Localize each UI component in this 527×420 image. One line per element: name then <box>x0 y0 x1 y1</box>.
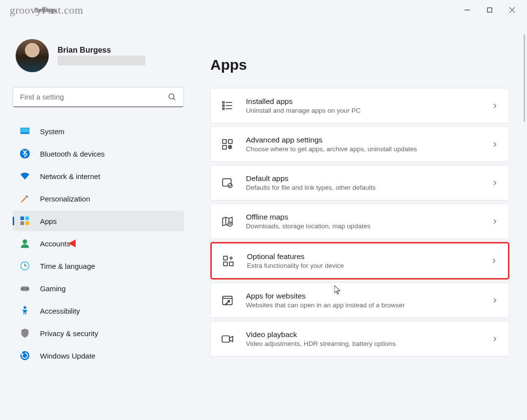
svg-point-4 <box>169 94 174 99</box>
sidebar-item-accounts[interactable]: Accounts <box>13 233 184 254</box>
wifi-icon <box>20 171 30 181</box>
card-subtitle: Video adjustments, HDR streaming, batter… <box>246 340 480 347</box>
profile-name: Brian Burgess <box>58 46 145 55</box>
card-subtitle: Uninstall and manage apps on your PC <box>246 107 480 114</box>
svg-rect-39 <box>223 256 227 260</box>
svg-rect-7 <box>21 128 29 133</box>
gamepad-icon <box>20 283 30 294</box>
sidebar-item-label: Time & language <box>40 262 95 270</box>
card-body: Installed apps Uninstall and manage apps… <box>246 97 480 114</box>
sidebar-item-apps[interactable]: Apps <box>13 211 184 231</box>
svg-rect-12 <box>25 221 29 225</box>
nav-list: System Bluetooth & devices Network & int… <box>13 121 184 366</box>
map-icon <box>221 215 234 228</box>
sidebar-item-label: System <box>40 127 64 136</box>
profile-info: Brian Burgess <box>58 46 145 65</box>
svg-rect-46 <box>222 336 229 342</box>
svg-rect-11 <box>20 221 24 225</box>
sidebar-item-system[interactable]: System <box>13 121 184 141</box>
card-title: Optional features <box>247 252 479 261</box>
svg-point-20 <box>26 288 28 290</box>
svg-rect-31 <box>223 145 226 149</box>
close-button[interactable] <box>501 2 523 18</box>
svg-rect-10 <box>25 217 29 220</box>
websites-icon <box>221 294 234 307</box>
svg-rect-41 <box>229 262 233 266</box>
card-body: Offline maps Downloads, storage location… <box>246 213 480 230</box>
search-input[interactable] <box>20 93 168 101</box>
svg-point-33 <box>229 146 230 147</box>
svg-point-13 <box>22 240 27 244</box>
card-body: Optional features Extra functionality fo… <box>247 252 479 269</box>
sidebar-item-label: Personalization <box>40 195 90 203</box>
svg-line-5 <box>173 98 175 100</box>
main-content: Apps Installed apps Uninstall and manage… <box>193 20 527 420</box>
svg-point-21 <box>23 306 26 309</box>
scrollbar[interactable] <box>524 34 525 122</box>
card-title: Advanced app settings <box>246 136 480 144</box>
svg-rect-9 <box>20 217 24 220</box>
sidebar-item-label: Network & internet <box>40 172 100 180</box>
card-subtitle: Websites that can open in an app instead… <box>246 301 480 309</box>
profile-email-redacted <box>58 56 145 65</box>
sidebar: Brian Burgess System Bluetooth & devices <box>0 20 193 420</box>
clock-icon <box>20 260 30 271</box>
maximize-icon <box>487 7 492 13</box>
profile-section[interactable]: Brian Burgess <box>13 39 184 72</box>
card-installed-apps[interactable]: Installed apps Uninstall and manage apps… <box>210 88 509 123</box>
sidebar-item-accessibility[interactable]: Accessibility <box>13 300 184 321</box>
sidebar-item-gaming[interactable]: Gaming <box>13 278 184 299</box>
sidebar-item-windows-update[interactable]: Windows Update <box>13 345 184 366</box>
minimize-button[interactable] <box>456 2 478 18</box>
arrow-annotation <box>68 237 98 252</box>
card-apps-for-websites[interactable]: Apps for websites Websites that can open… <box>210 282 509 318</box>
card-video-playback[interactable]: Video playback Video adjustments, HDR st… <box>210 321 509 357</box>
card-body: Apps for websites Websites that can open… <box>246 292 480 309</box>
settings-window: Settings Brian Burgess <box>0 0 527 420</box>
svg-rect-24 <box>223 104 224 106</box>
content-area: Brian Burgess System Bluetooth & devices <box>0 20 527 420</box>
maximize-button[interactable] <box>478 2 501 18</box>
cursor-annotation <box>334 285 342 297</box>
sidebar-item-bluetooth[interactable]: Bluetooth & devices <box>13 143 184 164</box>
brush-icon <box>20 193 30 204</box>
chevron-right-icon <box>491 141 498 148</box>
update-icon <box>20 350 30 361</box>
chevron-right-icon <box>491 336 498 342</box>
chevron-right-icon <box>491 218 498 225</box>
accessibility-icon <box>20 305 30 316</box>
person-icon <box>20 238 30 249</box>
svg-rect-40 <box>223 262 227 266</box>
video-icon <box>221 332 234 346</box>
svg-rect-30 <box>228 140 232 143</box>
shield-icon <box>20 328 30 339</box>
card-subtitle: Defaults for file and link types, other … <box>246 184 480 191</box>
watermark-text: groovyPost.com <box>10 4 83 17</box>
card-title: Default apps <box>246 174 480 183</box>
svg-rect-29 <box>223 140 226 143</box>
close-icon <box>509 7 515 13</box>
sidebar-item-time-language[interactable]: Time & language <box>13 256 184 276</box>
sidebar-item-personalization[interactable]: Personalization <box>13 188 184 209</box>
card-body: Default apps Defaults for file and link … <box>246 174 480 191</box>
page-title: Apps <box>210 57 509 73</box>
card-optional-features[interactable]: Optional features Extra functionality fo… <box>210 242 509 280</box>
card-title: Offline maps <box>246 213 480 221</box>
card-subtitle: Choose where to get apps, archive apps, … <box>246 145 480 153</box>
sidebar-item-label: Accounts <box>40 240 70 248</box>
sidebar-item-label: Accessibility <box>40 307 80 315</box>
search-box[interactable] <box>13 87 184 107</box>
card-advanced-app-settings[interactable]: Advanced app settings Choose where to ge… <box>210 126 509 162</box>
sidebar-item-privacy[interactable]: Privacy & security <box>13 323 184 343</box>
card-offline-maps[interactable]: Offline maps Downloads, storage location… <box>210 203 509 239</box>
default-apps-icon <box>221 176 234 190</box>
sidebar-item-label: Bluetooth & devices <box>40 150 105 158</box>
apps-gear-icon <box>221 138 234 151</box>
sidebar-item-label: Apps <box>40 217 57 225</box>
window-controls <box>456 2 523 18</box>
card-subtitle: Extra functionality for your device <box>247 262 479 269</box>
sidebar-item-network[interactable]: Network & internet <box>13 166 184 186</box>
card-default-apps[interactable]: Default apps Defaults for file and link … <box>210 165 509 200</box>
card-body: Advanced app settings Choose where to ge… <box>246 136 480 153</box>
chevron-right-icon <box>491 102 498 109</box>
